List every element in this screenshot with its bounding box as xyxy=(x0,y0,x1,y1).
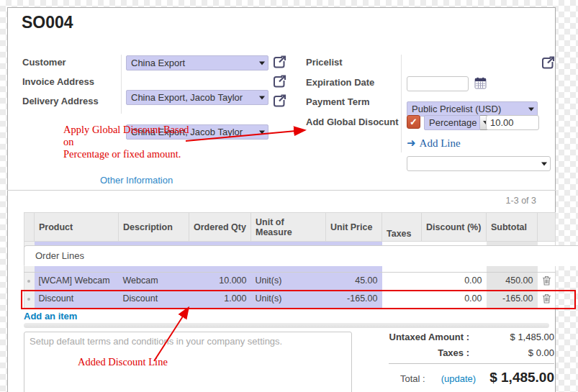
table-horizontal-scrollbar[interactable] xyxy=(24,323,549,328)
delivery-address-label: Delivery Address xyxy=(22,96,99,106)
header-subtotal[interactable]: Subtotal xyxy=(487,213,538,242)
header-description[interactable]: Description xyxy=(119,213,189,242)
payment-term-select[interactable] xyxy=(407,156,551,171)
pricelist-label: Pricelist xyxy=(306,57,343,68)
header-handle xyxy=(24,213,35,242)
invoice-address-external-link-icon[interactable] xyxy=(273,75,286,88)
global-discount-checkbox[interactable]: ✓ xyxy=(407,115,420,129)
left-column-divider xyxy=(121,55,122,114)
row-drag-handle[interactable] xyxy=(24,273,35,291)
discount-type-value: Percentage xyxy=(429,117,477,128)
header-unit-price[interactable]: Unit Price xyxy=(326,213,382,242)
taxes-label: Taxes : xyxy=(389,347,489,358)
header-delete xyxy=(538,213,556,242)
chevron-down-icon xyxy=(259,96,265,99)
chevron-down-icon xyxy=(541,162,547,165)
header-ordered-qty[interactable]: Ordered Qty xyxy=(189,213,251,242)
tab-order-lines[interactable]: Order Lines xyxy=(24,245,578,266)
page-title: SO004 xyxy=(22,13,73,32)
cell-discount[interactable]: 0.00 xyxy=(422,291,487,309)
chevron-down-icon xyxy=(528,107,534,111)
right-column-divider xyxy=(401,55,402,152)
total-row: Total : (update) $ 1,485.00 xyxy=(389,370,554,386)
customer-select[interactable]: China Export xyxy=(126,55,268,70)
cell-unit-price[interactable]: -165.00 xyxy=(326,291,382,309)
cell-uom[interactable]: Unit(s) xyxy=(251,291,326,309)
taxes-value: $ 0.00 xyxy=(489,347,554,358)
delivery-address-external-link-icon[interactable] xyxy=(273,94,286,108)
order-line-row-discount[interactable]: Discount Discount 1.000 Unit(s) -165.00 … xyxy=(24,291,556,309)
trash-icon xyxy=(542,293,551,304)
cell-discount[interactable]: 0.00 xyxy=(422,273,487,291)
invoice-address-select[interactable]: China Export, Jacob Taylor xyxy=(126,90,268,105)
untaxed-amount-value: $ 1,485.00 xyxy=(489,332,554,342)
table-header-row: Product Description Ordered Qty Unit of … xyxy=(24,213,556,242)
list-pager[interactable]: 1-3 of 3 xyxy=(432,196,536,206)
tab-other-information-label: Other Information xyxy=(100,175,173,186)
cell-taxes[interactable] xyxy=(382,291,422,309)
header-discount[interactable]: Discount (%) xyxy=(422,213,487,242)
cell-uom[interactable]: Unit(s) xyxy=(251,273,326,291)
trash-icon xyxy=(542,275,551,286)
invoice-address-label: Invoice Address xyxy=(22,76,94,87)
customer-label: Customer xyxy=(22,57,66,68)
header-unit-of-measure[interactable]: Unit of Measure xyxy=(251,213,326,242)
terms-conditions-textarea[interactable] xyxy=(24,332,352,392)
header-product[interactable]: Product xyxy=(35,213,119,242)
payment-term-label: Payment Term xyxy=(306,96,370,107)
chevron-down-icon xyxy=(259,130,265,134)
invoice-address-value: China Export, Jacob Taylor xyxy=(131,92,243,103)
cell-subtotal: 450.00 xyxy=(487,273,538,291)
cell-subtotal: -165.00 xyxy=(487,291,538,309)
annotation-added-discount-line: Added Discount Line xyxy=(78,356,168,368)
total-value: $ 1,485.00 xyxy=(476,370,554,386)
chevron-down-icon xyxy=(259,61,265,65)
total-label: Total : xyxy=(400,373,425,384)
annotation-global-discount-note: Apply Global Discount Based on Percentag… xyxy=(63,124,200,160)
untaxed-amount-label: Untaxed Amount : xyxy=(389,332,489,342)
global-discount-label: Add Global Disocunt xyxy=(306,117,399,127)
order-line-row[interactable]: [WCAM] Webcam Webcam 10.000 Unit(s) 45.0… xyxy=(24,273,556,291)
expiration-date-label: Expiration Date xyxy=(306,77,374,88)
cell-product[interactable]: [WCAM] Webcam xyxy=(35,273,119,291)
cell-qty[interactable]: 10.000 xyxy=(189,273,251,291)
untaxed-amount-row: Untaxed Amount : $ 1,485.00 xyxy=(389,332,554,342)
discount-amount-input[interactable] xyxy=(486,115,539,130)
delete-row-button[interactable] xyxy=(538,273,556,291)
discount-type-combo[interactable]: Percentage xyxy=(424,115,492,130)
cell-taxes[interactable] xyxy=(382,273,422,291)
page-background: SO004 Customer Invoice Address Delivery … xyxy=(0,0,578,392)
header-taxes[interactable]: Taxes xyxy=(382,213,422,242)
cell-unit-price[interactable]: 45.00 xyxy=(326,273,382,291)
calendar-icon[interactable] xyxy=(474,77,487,89)
cell-qty[interactable]: 1.000 xyxy=(189,291,251,309)
row-drag-handle[interactable] xyxy=(24,291,35,309)
customer-value: China Export xyxy=(131,58,185,68)
update-total-link[interactable]: (update) xyxy=(441,373,476,384)
pricelist-value: Public Pricelist (USD) xyxy=(412,104,501,114)
add-line-link[interactable]: ➜ Add Line xyxy=(407,137,461,150)
discount-type-value-box[interactable]: Percentage xyxy=(424,115,480,130)
pricelist-external-link-icon[interactable] xyxy=(541,56,555,70)
tab-order-lines-label: Order Lines xyxy=(35,250,84,261)
add-line-label: Add Line xyxy=(420,137,461,150)
add-item-link[interactable]: Add an item xyxy=(24,311,77,322)
totals-panel: Untaxed Amount : $ 1,485.00 Taxes : $ 0.… xyxy=(389,332,554,386)
cell-description[interactable]: Webcam xyxy=(119,273,189,291)
delete-row-button[interactable] xyxy=(538,291,556,309)
tab-other-information[interactable]: Other Information xyxy=(89,170,184,191)
customer-external-link-icon[interactable] xyxy=(273,55,286,69)
pricelist-select[interactable]: Public Pricelist (USD) xyxy=(407,101,538,117)
cell-description[interactable]: Discount xyxy=(119,291,189,309)
expiration-date-input[interactable] xyxy=(407,76,469,91)
checkmark-icon: ✓ xyxy=(410,117,417,127)
cell-product[interactable]: Discount xyxy=(35,291,119,309)
totals-divider xyxy=(389,363,554,364)
taxes-row: Taxes : $ 0.00 xyxy=(389,347,554,358)
right-arrow-icon: ➜ xyxy=(407,137,416,150)
